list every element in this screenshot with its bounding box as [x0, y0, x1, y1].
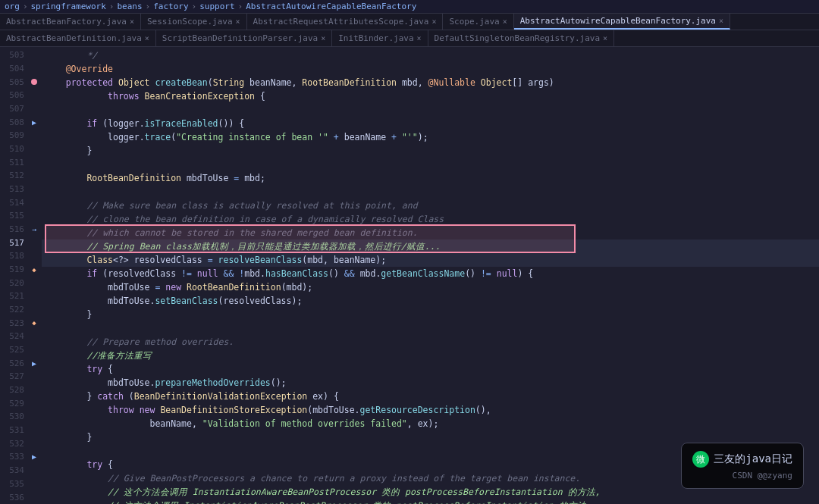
close-tab-icon[interactable]: × — [236, 17, 240, 26]
code-line-529: throw new BeanDefinitionStoreException(m… — [42, 403, 819, 417]
code-line-526: try { — [42, 362, 819, 376]
breadcrumb-beans[interactable]: beans — [117, 2, 142, 11]
breadcrumb-class[interactable]: AbstractAutowireCapableBeanFactory — [246, 2, 416, 11]
code-line-522: } — [42, 308, 819, 321]
close-tab-icon-2[interactable]: × — [417, 34, 422, 42]
code-line-505: protected Object createBean(String beanN… — [42, 76, 819, 89]
watermark-title: 微 三友的java日记 — [692, 451, 792, 468]
code-line-507 — [42, 103, 819, 117]
code-line-525: //准备方法重写 — [42, 349, 819, 362]
code-line-523 — [42, 321, 819, 335]
close-tab-icon[interactable]: × — [719, 17, 723, 25]
close-tab-icon-2[interactable]: × — [321, 34, 325, 42]
code-line-536: // 这方法会调用 InstantiationAwareBeanPostProc… — [42, 499, 819, 504]
watermark: 微 三友的java日记 CSDN @@zyang — [681, 443, 804, 489]
editor-container: 503 504 505 506 507 508▶ 509 510 511 512… — [0, 47, 819, 504]
code-line-513 — [42, 185, 819, 199]
breadcrumb-org[interactable]: org — [5, 2, 20, 11]
tab-abstract-bean-def[interactable]: AbstractBeanDefinition.java × — [0, 30, 156, 46]
tab-init-binder[interactable]: InitBinder.java × — [332, 30, 428, 46]
watermark-sub: CSDN @@zyang — [733, 471, 792, 481]
code-line-515: // clone the bean definition in case of … — [42, 212, 819, 226]
code-line-511 — [42, 158, 819, 171]
code-line-509: logger.trace("Creating instance of bean … — [42, 130, 819, 144]
code-line-512: RootBeanDefinition mbdToUse = mbd; — [42, 171, 819, 185]
code-line-518: Class<?> resolvedClass = resolveBeanClas… — [42, 253, 819, 267]
bookmark-icon-519: ◆ — [29, 266, 39, 274]
bookmark-icon-523: ◆ — [29, 319, 39, 327]
step-icon-533: ▶ — [29, 452, 39, 461]
code-line-524: // Prepare method overrides. — [42, 335, 819, 349]
tab-abstract-autowire[interactable]: AbstractAutowireCapableBeanFactory.java … — [514, 14, 730, 30]
code-line-520: mbdToUse = new RootBeanDefinition(mbd); — [42, 280, 819, 294]
code-line-521: mbdToUse.setBeanClass(resolvedClass); — [42, 294, 819, 308]
tab-bar-2: AbstractBeanDefinition.java × ScriptBean… — [0, 30, 819, 47]
step-icon-526: ▶ — [29, 359, 39, 368]
close-tab-icon[interactable]: × — [431, 17, 436, 26]
tab-abstract-request[interactable]: AbstractRequestAttributesScope.java × — [247, 14, 444, 30]
code-area[interactable]: */ @Override protected Object createBean… — [42, 47, 819, 504]
code-line-516: // which cannot be stored in the shared … — [42, 226, 819, 239]
code-line-506: throws BeanCreationException { — [42, 89, 819, 103]
breadcrumb-factory[interactable]: factory — [153, 2, 188, 11]
code-line-504: @Override — [42, 62, 819, 76]
step-icon-516: → — [29, 225, 39, 233]
code-line-510: } — [42, 144, 819, 158]
breadcrumb-bar: org › springframework › beans › factory … — [0, 0, 819, 14]
watermark-name: 三友的java日记 — [714, 452, 792, 466]
breadcrumb-springframework[interactable]: springframework — [31, 2, 106, 11]
close-tab-icon-2[interactable]: × — [145, 34, 149, 42]
code-line-530: beanName, "Validation of method override… — [42, 417, 819, 430]
close-tab-icon-2[interactable]: × — [603, 34, 607, 42]
tab-scope[interactable]: Scope.java × — [443, 14, 513, 30]
code-line-528: } catch (BeanDefinitionValidationExcepti… — [42, 390, 819, 403]
step-icon-508: ▶ — [29, 118, 39, 127]
close-tab-icon[interactable]: × — [130, 17, 134, 26]
tab-bar-1: AbstractBeanFactory.java × SessionScope.… — [0, 14, 819, 30]
close-tab-icon[interactable]: × — [503, 17, 507, 26]
code-line-514: // Make sure bean class is actually reso… — [42, 199, 819, 212]
tab-default-singleton[interactable]: DefaultSingletonBeanRegistry.java × — [428, 30, 615, 46]
code-line-527: mbdToUse.prepareMethodOverrides(); — [42, 376, 819, 390]
breadcrumb-support[interactable]: support — [199, 2, 234, 11]
tab-abstract-bean-factory[interactable]: AbstractBeanFactory.java × — [0, 14, 141, 30]
breakpoint-icon-505 — [29, 78, 39, 86]
code-line-519: if (resolvedClass != null && !mbd.hasBea… — [42, 267, 819, 280]
code-line-503: */ — [42, 49, 819, 62]
code-line-517: // Spring Bean class加载机制，目前只能是通过类加载器加载，然… — [42, 239, 819, 253]
code-line-508: if (logger.isTraceEnabled()) { — [42, 117, 819, 130]
tab-session-scope[interactable]: SessionScope.java × — [141, 14, 247, 30]
wechat-icon: 微 — [692, 451, 709, 468]
tab-script-parser[interactable]: ScriptBeanDefinitionParser.java × — [156, 30, 332, 46]
line-number-gutter: 503 504 505 506 507 508▶ 509 510 511 512… — [0, 47, 42, 504]
